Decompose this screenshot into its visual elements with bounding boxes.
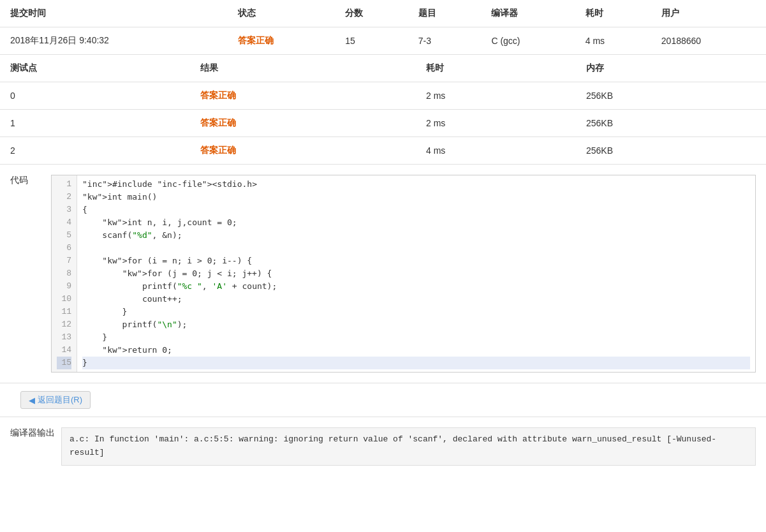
- code-text[interactable]: "inc">#include "inc-file"><stdio.h>"kw">…: [77, 175, 755, 372]
- testcase-row: 1 答案正确 2 ms 256KB: [0, 110, 766, 137]
- tc-result: 答案正确: [190, 110, 416, 137]
- submission-score: 15: [335, 27, 408, 55]
- col-tc-time: 耗时: [416, 55, 576, 82]
- back-button[interactable]: ◀ 返回题目(R): [20, 391, 91, 409]
- testcase-row: 2 答案正确 4 ms 256KB: [0, 137, 766, 165]
- back-arrow-icon: ◀: [29, 395, 35, 405]
- code-label: 代码: [0, 165, 51, 196]
- tc-memory: 256KB: [576, 137, 766, 165]
- line-numbers: 123456789101112131415: [52, 175, 77, 372]
- tc-time: 2 ms: [416, 110, 576, 137]
- compiler-output-section: 编译器输出 a.c: In function 'main': a.c:5:5: …: [0, 417, 766, 476]
- submission-table: 提交时间 状态 分数 题目 编译器 耗时 用户 2018年11月26日 9:40…: [0, 0, 766, 55]
- tc-id: 0: [0, 82, 190, 110]
- submission-compiler: C (gcc): [481, 27, 575, 55]
- col-score: 分数: [335, 0, 408, 27]
- compiler-output-content: a.c: In function 'main': a.c:5:5: warnin…: [61, 427, 756, 466]
- back-button-row: ◀ 返回题目(R): [0, 383, 766, 417]
- tc-result: 答案正确: [190, 82, 416, 110]
- col-time: 耗时: [575, 0, 651, 27]
- submission-problem: 7-3: [408, 27, 482, 55]
- submission-row: 2018年11月26日 9:40:32 答案正确 15 7-3 C (gcc) …: [0, 27, 766, 55]
- back-button-label: 返回题目(R): [38, 394, 82, 406]
- testcase-table: 测试点 结果 耗时 内存 0 答案正确 2 ms 256KB 1 答案正确 2 …: [0, 55, 766, 165]
- tc-time: 2 ms: [416, 82, 576, 110]
- col-result: 结果: [190, 55, 416, 82]
- code-section: 代码 123456789101112131415 "inc">#include …: [0, 165, 766, 383]
- col-memory: 内存: [576, 55, 766, 82]
- submission-user: 20188660: [651, 27, 766, 55]
- col-user: 用户: [651, 0, 766, 27]
- col-status: 状态: [228, 0, 335, 27]
- col-testpoint: 测试点: [0, 55, 190, 82]
- submission-status: 答案正确: [228, 27, 335, 55]
- col-problem: 题目: [408, 0, 482, 27]
- compiler-output-text: a.c: In function 'main': a.c:5:5: warnin…: [61, 427, 756, 466]
- submit-time: 2018年11月26日 9:40:32: [0, 27, 228, 55]
- submission-time: 4 ms: [575, 27, 651, 55]
- tc-id: 2: [0, 137, 190, 165]
- tc-id: 1: [0, 110, 190, 137]
- col-submit-time: 提交时间: [0, 0, 228, 27]
- code-content-cell: 123456789101112131415 "inc">#include "in…: [51, 165, 766, 383]
- tc-memory: 256KB: [576, 82, 766, 110]
- testcase-row: 0 答案正确 2 ms 256KB: [0, 82, 766, 110]
- tc-result: 答案正确: [190, 137, 416, 165]
- code-editor: 123456789101112131415 "inc">#include "in…: [51, 175, 756, 373]
- tc-memory: 256KB: [576, 110, 766, 137]
- col-compiler: 编译器: [481, 0, 575, 27]
- compiler-output-label: 编译器输出: [10, 427, 61, 439]
- tc-time: 4 ms: [416, 137, 576, 165]
